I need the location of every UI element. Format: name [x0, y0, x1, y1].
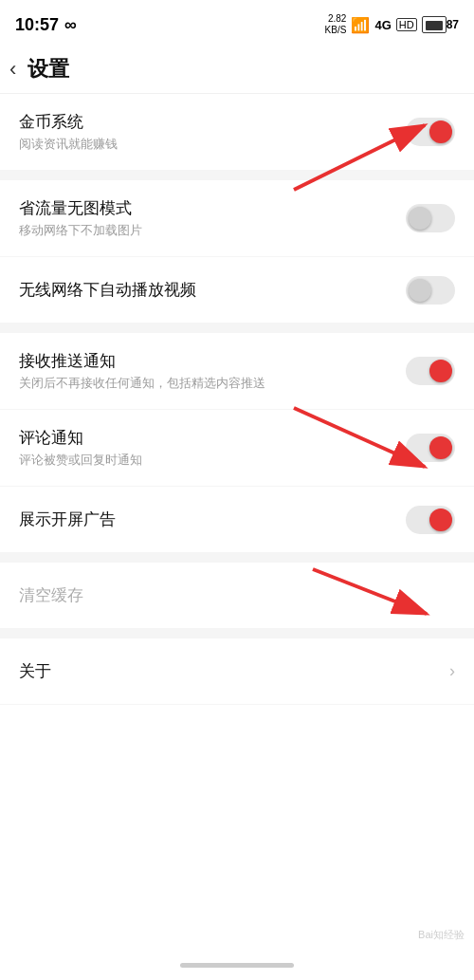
separator-2 — [0, 324, 474, 333]
page-title: 设置 — [27, 55, 69, 83]
setting-text-comment-notification: 评论通知 评论被赞或回复时通知 — [19, 427, 394, 469]
bottom-bar — [0, 950, 474, 980]
setting-label-data-saving: 省流量无图模式 — [19, 197, 394, 219]
setting-item-comment-notification: 评论通知 评论被赞或回复时通知 — [0, 410, 474, 487]
setting-label-push-notification: 接收推送通知 — [19, 350, 394, 372]
setting-item-push-notification: 接收推送通知 关闭后不再接收任何通知，包括精选内容推送 — [0, 333, 474, 410]
setting-text-gold-coin: 金币系统 阅读资讯就能赚钱 — [19, 111, 394, 153]
wifi-icon: 📶 — [351, 16, 370, 34]
setting-item-clear-cache[interactable]: 清空缓存 — [0, 563, 474, 629]
toggle-auto-play[interactable] — [406, 276, 455, 305]
infinity-icon: ∞ — [64, 15, 77, 35]
setting-label-about: 关于 — [19, 660, 449, 682]
setting-label-gold-coin: 金币系统 — [19, 111, 394, 133]
setting-item-data-saving: 省流量无图模式 移动网络下不加载图片 — [0, 180, 474, 257]
setting-sublabel-data-saving: 移动网络下不加载图片 — [19, 222, 394, 239]
toggle-push-notification[interactable] — [406, 357, 455, 385]
toggle-data-saving[interactable] — [406, 204, 455, 232]
settings-list: 金币系统 阅读资讯就能赚钱 省流量无图模式 移动网络下不加载图片 无线网络下自动… — [0, 94, 474, 705]
setting-text-clear-cache: 清空缓存 — [19, 584, 455, 606]
status-bar: 10:57 ∞ 2.82KB/S 📶 4G HD 87 — [0, 0, 474, 46]
toggle-splash-ad[interactable] — [406, 506, 455, 534]
setting-label-auto-play: 无线网络下自动播放视频 — [19, 279, 394, 301]
toggle-gold-coin[interactable] — [406, 118, 455, 146]
network-speed: 2.82KB/S — [325, 13, 347, 36]
setting-sublabel-comment-notification: 评论被赞或回复时通知 — [19, 452, 394, 469]
setting-item-about[interactable]: 关于 › — [0, 638, 474, 705]
setting-text-auto-play: 无线网络下自动播放视频 — [19, 279, 394, 301]
back-button[interactable]: ‹ — [9, 57, 16, 82]
toggle-comment-notification[interactable] — [406, 434, 455, 462]
setting-label-splash-ad: 展示开屏广告 — [19, 508, 394, 530]
battery-icon: 87 — [422, 16, 459, 33]
setting-label-comment-notification: 评论通知 — [19, 427, 394, 449]
watermark: Bai知经验 — [418, 928, 465, 942]
setting-text-push-notification: 接收推送通知 关闭后不再接收任何通知，包括精选内容推送 — [19, 350, 394, 392]
setting-text-data-saving: 省流量无图模式 移动网络下不加载图片 — [19, 197, 394, 239]
setting-sublabel-gold-coin: 阅读资讯就能赚钱 — [19, 136, 394, 153]
setting-text-about: 关于 — [19, 660, 449, 682]
header: ‹ 设置 — [0, 46, 474, 94]
signal-icon: 4G — [374, 18, 391, 32]
setting-sublabel-push-notification: 关闭后不再接收任何通知，包括精选内容推送 — [19, 375, 394, 392]
hd-icon: HD — [396, 18, 417, 31]
chevron-right-icon: › — [449, 661, 455, 681]
setting-label-clear-cache: 清空缓存 — [19, 584, 455, 606]
bottom-indicator — [180, 963, 294, 968]
time: 10:57 — [15, 15, 59, 35]
separator-1 — [0, 171, 474, 180]
setting-text-splash-ad: 展示开屏广告 — [19, 508, 394, 530]
setting-item-auto-play: 无线网络下自动播放视频 — [0, 257, 474, 324]
separator-4 — [0, 629, 474, 638]
setting-item-gold-coin: 金币系统 阅读资讯就能赚钱 — [0, 94, 474, 171]
setting-item-splash-ad: 展示开屏广告 — [0, 487, 474, 553]
separator-3 — [0, 553, 474, 563]
